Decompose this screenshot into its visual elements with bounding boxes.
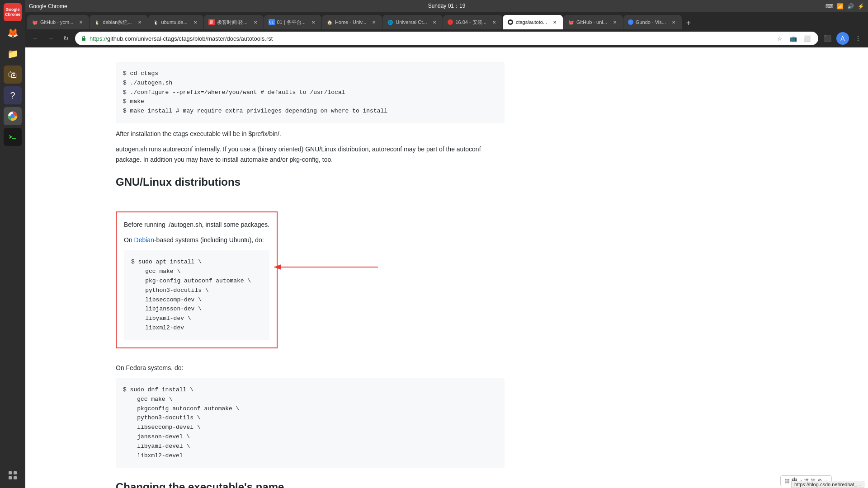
cast-icon[interactable]: 📺 — [788, 33, 799, 44]
code-line: $ ./autogen.sh — [123, 79, 497, 88]
tab-close-8[interactable]: ✕ — [491, 19, 498, 26]
topbar-right-area: ⌨ 📶 🔊 ⚡ — [826, 3, 864, 9]
code-line: libxml2-dev — [131, 324, 262, 333]
code-line: $ sudo apt install \ — [131, 258, 262, 267]
debian-code-block: $ sudo apt install \ gcc make \ pkg-conf… — [124, 250, 269, 340]
code-line: libxml2-devel — [123, 451, 497, 461]
tab-label-9: ctags/autoto... — [516, 19, 547, 25]
tab-geek[interactable]: 极 极客时间-轻... ✕ — [204, 15, 264, 29]
browser-window: 🐙 GitHub - ycm... ✕ 🐧 debian系统... ✕ 🐧 ub… — [25, 12, 868, 47]
para-autogen-desc: autogen.sh runs autoreconf internally. I… — [116, 144, 505, 164]
code-line: gcc make \ — [131, 267, 262, 277]
url-display: https://github.com/universal-ctags/ctags… — [90, 35, 771, 42]
code-line: gcc make \ — [123, 395, 497, 404]
code-line: jansson-devel \ — [123, 432, 497, 442]
code-line: pkgconfig autoconf automake \ — [123, 404, 497, 414]
tab-label-3: ubuntu,de... — [161, 19, 188, 25]
activities-button[interactable]: Google Chrome — [4, 3, 22, 21]
reload-button[interactable]: ↻ — [60, 32, 72, 45]
svg-rect-10 — [82, 38, 85, 41]
tab-label-2: debian系统... — [103, 19, 132, 26]
tab-close-2[interactable]: ✕ — [136, 19, 143, 26]
chrome-icon[interactable] — [4, 107, 22, 125]
code-line: $ ./configure --prefix=/where/you/want #… — [123, 88, 497, 98]
address-bar-row: ← → ↻ https://github.com/universal-ctags… — [25, 29, 868, 47]
tab-favicon-7: 🌐 — [387, 19, 393, 25]
bookmark-icon[interactable]: ☆ — [774, 33, 786, 44]
tab-1604[interactable]: 16.04 - 安装... ✕ — [443, 15, 502, 29]
tab-favicon-1: 🐙 — [32, 19, 38, 25]
tab-label-8: 16.04 - 安装... — [455, 19, 486, 26]
code-line: $ make install # may require extra privi… — [123, 107, 497, 116]
svg-rect-2 — [8, 134, 17, 140]
svg-rect-5 — [14, 471, 17, 474]
software-center-icon[interactable]: 🛍 — [4, 66, 22, 84]
files-icon[interactable]: 📁 — [4, 45, 22, 63]
heading-rename: Changing the executable's name — [116, 479, 505, 488]
tab-gundo[interactable]: Gundo - Vis... ✕ — [623, 15, 682, 29]
tab-label-10: GitHub - uni... — [576, 19, 607, 25]
debian-link[interactable]: Debian — [134, 236, 154, 244]
system-topbar: Google Chrome Sunday 01：19 ⌨ 📶 🔊 ⚡ — [25, 0, 868, 12]
tab-github-uni[interactable]: 🐙 GitHub - uni... ✕ — [563, 15, 623, 29]
status-bar: https://blog.csdn.net/redhat_... — [788, 481, 868, 488]
more-options-button[interactable]: ⋮ — [852, 32, 864, 45]
debian-box: Before running ./autogen.sh, install som… — [116, 211, 278, 348]
tab-universal-ctags[interactable]: 🌐 Universal Ct... ✕ — [382, 15, 443, 29]
tab-label-1: GitHub - ycm... — [40, 19, 73, 25]
system-time: Sunday 01：19 — [428, 2, 466, 10]
forward-button[interactable]: → — [44, 32, 57, 45]
code-line: $ sudo dnf install \ — [123, 385, 497, 395]
profile-avatar[interactable]: A — [836, 32, 849, 45]
lock-icon — [80, 35, 87, 42]
help-icon[interactable]: ? — [4, 86, 22, 104]
tab-close-1[interactable]: ✕ — [77, 19, 85, 26]
taskbar: Google Chrome 🦊 📁 🛍 ? — [0, 0, 25, 488]
para-debian-based: On Debian-based systems (including Ubunt… — [124, 235, 269, 245]
tab-close-3[interactable]: ✕ — [192, 19, 199, 26]
tab-ctags-autotools[interactable]: ctags/autoto... ✕ — [503, 15, 563, 29]
tab-github-ycm[interactable]: 🐙 GitHub - ycm... ✕ — [27, 15, 89, 29]
network-icon[interactable]: 📶 — [837, 3, 844, 9]
extensions-icon[interactable]: ⬛ — [821, 32, 834, 45]
volume-icon[interactable]: 🔊 — [847, 3, 854, 9]
tab-ubuntu[interactable]: 🐧 ubuntu,de... ✕ — [148, 15, 203, 29]
account-button[interactable]: A — [836, 32, 849, 45]
tab-close-5[interactable]: ✕ — [310, 19, 317, 26]
para-before-running: Before running ./autogen.sh, install som… — [124, 220, 269, 230]
svg-point-9 — [509, 21, 512, 23]
para-fedora: On Fedora systems, do: — [116, 363, 505, 373]
tab-close-4[interactable]: ✕ — [252, 19, 259, 26]
tab-label-7: Universal Ct... — [396, 19, 427, 25]
code-line: libyaml-dev \ — [131, 314, 262, 324]
screenshot-icon[interactable]: ⬜ — [801, 33, 813, 44]
address-bar[interactable]: https://github.com/universal-ctags/ctags… — [75, 32, 818, 45]
tab-bar: 🐙 GitHub - ycm... ✕ 🐧 debian系统... ✕ 🐧 ub… — [25, 12, 868, 29]
debian-highlight-section: Before running ./autogen.sh, install som… — [116, 206, 278, 354]
power-icon[interactable]: ⚡ — [858, 3, 864, 9]
code-line: pkg-config autoconf automake \ — [131, 277, 262, 286]
tab-close-10[interactable]: ✕ — [611, 19, 618, 26]
code-line: python3-docutils \ — [131, 286, 262, 296]
svg-rect-7 — [14, 476, 17, 479]
new-tab-button[interactable]: + — [682, 17, 695, 29]
apps-grid-icon[interactable] — [4, 466, 22, 484]
keyboard-layout-icon[interactable]: ⌨ — [826, 3, 833, 9]
terminal-icon[interactable] — [4, 128, 22, 146]
tab-label-11: Gundo - Vis... — [636, 19, 666, 25]
firefox-icon[interactable]: 🦊 — [4, 24, 22, 42]
tab-01[interactable]: 01 01 | 各平台... ✕ — [264, 15, 321, 29]
code-line: libjansson-dev \ — [131, 305, 262, 314]
code-line: libseccomp-devel \ — [123, 423, 497, 432]
tab-home-universal[interactable]: 🏠 Home - Univ... ✕ — [322, 15, 382, 29]
code-line: python3-docutils \ — [123, 413, 497, 423]
tab-close-6[interactable]: ✕ — [370, 19, 377, 26]
annotation-arrow — [269, 260, 382, 274]
tab-debian[interactable]: 🐧 debian系统... ✕ — [90, 15, 147, 29]
tab-favicon-3: 🐧 — [153, 19, 159, 25]
tab-close-9[interactable]: ✕ — [551, 19, 558, 26]
back-button[interactable]: ← — [29, 32, 42, 45]
tab-close-11[interactable]: ✕ — [670, 19, 677, 26]
tab-close-7[interactable]: ✕ — [431, 19, 438, 26]
address-bar-icons: ☆ 📺 ⬜ — [774, 33, 813, 44]
